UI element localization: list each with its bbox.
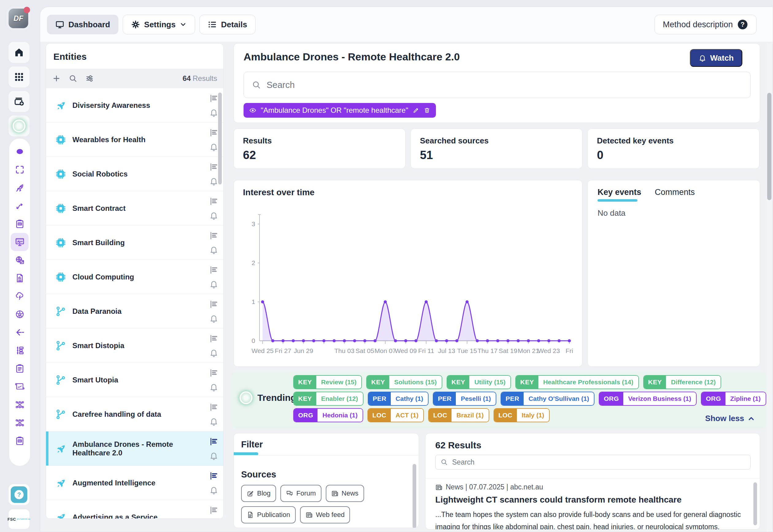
entity-bell-icon[interactable] xyxy=(209,314,219,323)
home-nav-button[interactable] xyxy=(9,42,29,63)
trending-tag[interactable]: KEYDifference (12) xyxy=(643,375,722,389)
entities-scrollbar-thumb[interactable] xyxy=(218,93,222,184)
entity-bell-icon[interactable] xyxy=(209,279,219,289)
tab-settings[interactable]: Settings xyxy=(123,15,196,34)
results-scrollbar-thumb[interactable] xyxy=(753,482,757,525)
trending-tag[interactable]: LOCACT (1) xyxy=(367,408,424,422)
tab-key-events[interactable]: Key events xyxy=(598,188,642,197)
entity-list-item[interactable]: Data Paranoia xyxy=(46,294,223,329)
trending-tag[interactable]: ORGZipline (1) xyxy=(701,392,766,406)
entity-chart-icon[interactable] xyxy=(209,368,219,378)
globe-chart-icon[interactable] xyxy=(11,251,29,269)
query-chip[interactable]: "Ambulance Drones" OR "remote healthcare… xyxy=(244,103,436,118)
entity-bell-icon[interactable] xyxy=(209,348,219,357)
trending-tag[interactable]: ORGVerizon Business (1) xyxy=(599,392,697,406)
monitor-pulse-icon[interactable] xyxy=(11,233,29,251)
trending-tag[interactable]: KEYEnabler (12) xyxy=(293,392,364,406)
clipboard-chat-icon[interactable] xyxy=(11,215,29,233)
clipboard-chat-icon[interactable] xyxy=(11,432,29,450)
entity-bell-icon[interactable] xyxy=(209,211,219,220)
entity-chart-icon[interactable] xyxy=(209,300,219,309)
entity-list-item[interactable]: Advertising as a Service xyxy=(46,500,223,519)
entity-list-item[interactable]: Cloud Computing xyxy=(46,260,223,294)
filter-scrollbar-thumb[interactable] xyxy=(413,464,416,528)
entity-bell-icon[interactable] xyxy=(209,382,219,392)
help-button[interactable]: ? xyxy=(9,484,29,505)
clipboard-lines-icon[interactable] xyxy=(11,359,29,378)
wheel-icon[interactable] xyxy=(11,305,29,323)
trending-tag[interactable]: ORGHedonia (1) xyxy=(293,408,363,422)
map-scroll-icon[interactable] xyxy=(11,378,29,396)
trending-tag[interactable]: PERPeselli (1) xyxy=(433,392,496,406)
arrow-left-icon[interactable] xyxy=(11,323,29,341)
article-title[interactable]: Lightweight CT scanners could transform … xyxy=(435,495,742,505)
entity-list-item[interactable]: Wearables for Health xyxy=(46,123,223,157)
trending-tag[interactable]: PERCathy (1) xyxy=(368,392,429,406)
magnifier-button[interactable] xyxy=(69,74,77,83)
entity-bell-icon[interactable] xyxy=(209,417,219,426)
tab-dashboard[interactable]: Dashboard xyxy=(47,15,118,34)
entity-list-item[interactable]: Smart Distopia xyxy=(46,329,223,363)
entity-bell-icon[interactable] xyxy=(209,485,219,495)
entity-chart-icon[interactable] xyxy=(209,471,219,481)
trending-tag[interactable]: PERCathy O'Sullivan (1) xyxy=(501,392,595,406)
entity-chart-icon[interactable] xyxy=(209,403,219,412)
entity-list-item[interactable]: Smart Building xyxy=(46,226,223,260)
rocket-outline-icon[interactable] xyxy=(11,179,29,197)
page-scrollbar-thumb[interactable] xyxy=(767,93,771,200)
source-filter-blog[interactable]: Blog xyxy=(241,485,276,502)
collection-add-nav-button[interactable] xyxy=(9,91,29,112)
network-icon[interactable] xyxy=(11,396,29,414)
entity-chart-icon[interactable] xyxy=(209,94,219,103)
page-scrollbar[interactable] xyxy=(767,43,772,532)
sliders-button[interactable] xyxy=(85,74,94,83)
entity-chart-icon[interactable] xyxy=(209,265,219,275)
show-less-button[interactable]: Show less xyxy=(705,414,755,423)
entity-bell-icon[interactable] xyxy=(209,108,219,117)
route-icon[interactable] xyxy=(11,197,29,215)
entity-list-item[interactable]: Carefree handling of data xyxy=(46,397,223,431)
delete-icon[interactable] xyxy=(424,107,430,114)
entity-chart-icon[interactable] xyxy=(209,437,219,446)
main-search-input[interactable] xyxy=(267,80,742,90)
entity-bell-icon[interactable] xyxy=(209,451,219,460)
entity-list-item[interactable]: Smart Utopia xyxy=(46,363,223,397)
glow-nav-button[interactable] xyxy=(9,116,29,136)
result-article[interactable]: News | 07.07.2025 | abc.net.au Lightweig… xyxy=(435,483,742,530)
timeline-icon[interactable] xyxy=(11,341,29,359)
entity-chart-icon[interactable] xyxy=(209,197,219,206)
trending-tag[interactable]: LOCBrazil (1) xyxy=(428,408,489,422)
entity-chart-icon[interactable] xyxy=(209,334,219,343)
trending-tag[interactable]: LOCItaly (1) xyxy=(493,408,550,422)
entity-list-item[interactable]: Ambulance Drones - Remote Healthcare 2.0 xyxy=(46,431,223,466)
edit-icon[interactable] xyxy=(413,107,419,114)
tab-details[interactable]: Details xyxy=(200,15,255,34)
source-filter-web-feed[interactable]: Web feed xyxy=(300,506,350,523)
source-filter-publication[interactable]: Publication xyxy=(241,506,296,523)
entity-chart-icon[interactable] xyxy=(209,128,219,137)
frame-icon[interactable] xyxy=(11,161,29,179)
watch-button[interactable]: Watch xyxy=(690,49,742,67)
entity-bell-icon[interactable] xyxy=(209,142,219,151)
tab-comments[interactable]: Comments xyxy=(655,188,695,197)
entity-list-item[interactable]: Smart Contract xyxy=(46,191,223,226)
trending-tag[interactable]: KEYHealthcare Professionals (14) xyxy=(515,375,639,389)
brainstorm-icon[interactable] xyxy=(11,287,29,305)
entity-chart-icon[interactable] xyxy=(209,231,219,240)
entity-list-item[interactable]: Divisersity Awareness xyxy=(46,88,223,123)
method-description-button[interactable]: Method description ? xyxy=(655,15,756,34)
entity-chart-icon[interactable] xyxy=(209,506,219,515)
trending-tag[interactable]: KEYUtility (15) xyxy=(447,375,511,389)
source-filter-news[interactable]: News xyxy=(326,485,364,502)
entity-list-item[interactable]: Augmented Intelligence xyxy=(46,466,223,500)
entity-list-item[interactable]: Social Robotics xyxy=(46,157,223,191)
workspace-avatar[interactable]: DF xyxy=(6,6,30,30)
plus-button[interactable] xyxy=(52,74,61,83)
doc-chart-icon[interactable] xyxy=(11,269,29,287)
entity-bell-icon[interactable] xyxy=(209,245,219,254)
results-search-input[interactable] xyxy=(452,458,745,466)
grid-nav-button[interactable] xyxy=(9,67,29,87)
entity-bell-icon[interactable] xyxy=(209,177,219,186)
network-icon[interactable] xyxy=(11,414,29,432)
trending-tag[interactable]: KEYReview (15) xyxy=(293,375,362,389)
